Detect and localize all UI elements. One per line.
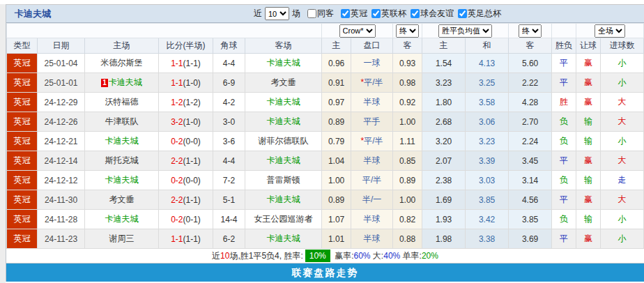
away-team-cell: 卡迪夫城 <box>245 190 322 210</box>
avg-time-select[interactable]: 终 <box>519 24 542 38</box>
goals-result-cell: 小 <box>601 54 644 73</box>
away-team-link[interactable]: 女王公园巡游者 <box>254 214 313 224</box>
red-card-badge: 1 <box>101 79 108 87</box>
handicap-cell: 半球 <box>351 210 393 229</box>
avg-draw-odds-cell: 3.06 <box>466 112 509 132</box>
home-team-link[interactable]: 米德尔斯堡 <box>101 58 143 68</box>
recent-label: 近 <box>254 8 262 20</box>
competition-label: 英足总杯 <box>468 8 501 20</box>
avg-home-odds-cell: 1.93 <box>422 210 466 229</box>
league-cell[interactable]: 英冠 <box>7 229 38 249</box>
date-cell: 24-12-12 <box>38 171 85 190</box>
fulltime-score: 1-1 <box>171 78 183 88</box>
score-cell: 0-2(0-0) <box>159 132 213 151</box>
away-team-link[interactable]: 普雷斯顿 <box>267 175 300 185</box>
handicap-cell: 平/半 <box>351 171 393 190</box>
league-cell[interactable]: 英冠 <box>7 151 38 171</box>
home-team-link[interactable]: 卡迪夫城 <box>109 77 142 87</box>
home-team-link[interactable]: 谢周三 <box>109 234 135 243</box>
corner-cell: 7-2 <box>213 171 245 190</box>
handicap-result-cell: 赢 <box>576 93 601 112</box>
avg-home-odds-cell: 1.98 <box>422 229 466 249</box>
col-header-corner: 角球 <box>213 38 245 54</box>
fulltime-score: 0-2 <box>171 215 183 224</box>
competition-toggle-2[interactable]: 球会友谊 <box>406 8 454 20</box>
col-header-handicap: 盘口 <box>351 38 393 54</box>
league-handicap-trend-button[interactable]: 联赛盘路走势 <box>6 263 644 282</box>
competition-toggle-0[interactable]: 英冠 <box>337 8 367 20</box>
date-cell: 24-12-14 <box>38 151 85 171</box>
handicap-result-cell: 赢 <box>576 151 601 171</box>
home-team-link[interactable]: 斯托克城 <box>105 155 139 165</box>
competition-toggle-1[interactable]: 英联杯 <box>367 8 406 20</box>
col-header-score: 比分(半场) <box>159 38 213 54</box>
away-team-link[interactable]: 卡迪夫城 <box>267 155 300 165</box>
match-row: 英冠24-12-21卡迪夫城0-2(0-0)3-6谢菲尔德联队0.79*平/半1… <box>7 132 644 151</box>
away-team-link[interactable]: 卡迪夫城 <box>267 234 300 243</box>
home-team-link[interactable]: 沃特福德 <box>105 97 139 107</box>
halftime-score: (1-1) <box>183 156 201 166</box>
goals-result-cell: 大 <box>601 190 644 210</box>
corner-cell: 4-4 <box>213 151 245 171</box>
avg-away-odds-cell: 2.24 <box>509 132 552 151</box>
league-cell[interactable]: 英冠 <box>7 93 38 112</box>
away-team-link[interactable]: 考文垂 <box>271 77 296 87</box>
fulltime-score: 3-2 <box>171 117 183 127</box>
scope-select[interactable]: 全场 <box>595 24 625 38</box>
home-team-link[interactable]: 牛津联队 <box>105 116 139 126</box>
away-team-link[interactable]: 卡迪夫城 <box>267 116 300 126</box>
col-header-avg-draw: 和 <box>466 38 509 54</box>
avg-away-odds-cell: 3.14 <box>509 171 552 190</box>
crown-home-odds-cell: 1.01 <box>322 229 351 249</box>
home-team-link[interactable]: 卡迪夫城 <box>105 214 139 224</box>
goals-result-cell: 走 <box>601 171 644 190</box>
home-team-cell: 米德尔斯堡 <box>85 54 159 73</box>
league-cell[interactable]: 英冠 <box>7 190 38 210</box>
away-team-link[interactable]: 谢菲尔德联队 <box>259 136 309 146</box>
home-team-link[interactable]: 考文垂 <box>109 194 135 204</box>
competition-checkbox-0[interactable] <box>341 9 350 18</box>
competition-checkbox-3[interactable] <box>458 9 467 18</box>
away-team-cell: 卡迪夫城 <box>245 229 322 249</box>
home-team-link[interactable]: 卡迪夫城 <box>105 136 139 146</box>
same-opponent-toggle[interactable]: 同客 <box>303 8 334 20</box>
odds-source-select[interactable]: Crow* <box>339 24 376 38</box>
recent-count-select[interactable]: 10 <box>265 7 289 20</box>
league-cell[interactable]: 英冠 <box>7 112 38 132</box>
crown-home-odds-cell: 0.96 <box>322 54 351 73</box>
competition-checkbox-1[interactable] <box>371 9 381 18</box>
league-cell[interactable]: 英冠 <box>7 73 38 93</box>
avg-away-odds-cell: 4.28 <box>509 93 552 112</box>
handicap-rate-value: 60% <box>353 251 370 261</box>
league-cell[interactable]: 英冠 <box>7 54 38 73</box>
corner-cell: 4-4 <box>213 54 245 73</box>
crown-away-odds-cell: 0.93 <box>393 54 422 73</box>
avg-source-select[interactable]: 胜平负均值 <box>438 24 492 38</box>
result-cell: 平 <box>552 54 576 73</box>
home-team-cell: 卡迪夫城 <box>85 210 159 229</box>
league-cell[interactable]: 英冠 <box>7 132 38 151</box>
halftime-score: (0-0) <box>183 137 201 146</box>
match-row: 英冠25-01-04米德尔斯堡1-1(1-1)4-4卡迪夫城0.96一球0.93… <box>7 54 644 73</box>
away-team-link[interactable]: 卡迪夫城 <box>267 97 300 107</box>
competition-checkbox-2[interactable] <box>411 9 420 18</box>
odds-time-select[interactable]: 终 <box>396 24 419 38</box>
same-opponent-checkbox[interactable] <box>307 9 316 18</box>
match-row: 英冠24-11-28卡迪夫城0-2(0-1)14-4女王公园巡游者1.07半球0… <box>7 210 644 229</box>
result-cell: 平 <box>552 151 576 171</box>
date-cell: 25-01-04 <box>38 54 85 73</box>
home-team-link[interactable]: 卡迪夫城 <box>105 175 139 185</box>
col-header-goals: 进球数 <box>601 38 644 54</box>
avg-draw-odds-cell: 3.58 <box>466 93 509 112</box>
goals-result-cell: 大 <box>601 151 644 171</box>
away-team-link[interactable]: 卡迪夫城 <box>267 58 300 68</box>
crown-home-odds-cell: 1.07 <box>322 210 351 229</box>
col-header-crown-home: 主 <box>322 38 351 54</box>
date-cell: 25-01-01 <box>38 73 85 93</box>
away-team-link[interactable]: 卡迪夫城 <box>267 194 300 204</box>
league-cell[interactable]: 英冠 <box>7 171 38 190</box>
fulltime-score: 1-1 <box>171 59 183 68</box>
league-cell[interactable]: 英冠 <box>7 210 38 229</box>
handicap-cell: 一球 <box>351 54 393 73</box>
competition-toggle-3[interactable]: 英足总杯 <box>454 8 501 20</box>
